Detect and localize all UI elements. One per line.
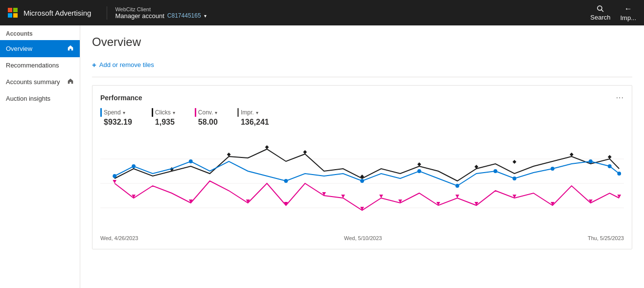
impr-label: Impr. <box>241 109 254 116</box>
metric-spend-header: Spend ▾ <box>100 108 132 117</box>
chart-svg <box>100 134 624 232</box>
sidebar-section-header: Accounts <box>0 25 80 40</box>
svg-point-21 <box>360 179 364 183</box>
svg-point-26 <box>551 167 554 171</box>
metric-clicks-header: Clicks ▾ <box>152 108 175 117</box>
metric-conv: Conv. ▾ 58.00 <box>195 108 218 127</box>
svg-line-1 <box>601 10 603 12</box>
performance-chart <box>100 134 624 232</box>
svg-point-24 <box>493 169 497 173</box>
clicks-chevron[interactable]: ▾ <box>173 110 175 115</box>
metric-clicks: Clicks ▾ 1,935 <box>152 108 175 127</box>
performance-title: Performance <box>100 94 142 102</box>
conv-label: Conv. <box>198 109 213 116</box>
metric-spend: Spend ▾ $932.19 <box>100 108 132 127</box>
svg-marker-9 <box>265 145 269 149</box>
app-layout: Accounts Overview Recommendations Accoun… <box>0 25 644 288</box>
svg-marker-15 <box>570 153 574 156</box>
svg-point-27 <box>589 159 593 163</box>
clicks-label: Clicks <box>155 109 171 116</box>
svg-marker-38 <box>379 195 383 198</box>
sidebar-item-auction-insights[interactable]: Auction insights <box>0 90 80 107</box>
spend-label: Spend <box>104 109 121 116</box>
spend-chevron[interactable]: ▾ <box>123 110 125 115</box>
metric-impr-header: Impr. ▾ <box>237 108 269 117</box>
svg-point-29 <box>617 172 621 176</box>
metric-impr: Impr. ▾ 136,241 <box>237 108 269 127</box>
topbar-right: Search ← Imp... <box>590 4 636 22</box>
chart-date-mid: Wed, 5/10/2023 <box>344 235 382 241</box>
impr-chevron[interactable]: ▾ <box>256 110 258 115</box>
conv-indicator <box>195 108 196 117</box>
add-tiles-label: Add or remove tiles <box>99 61 154 68</box>
sidebar-item-recommendations[interactable]: Recommendations <box>0 57 80 73</box>
metrics-row: Spend ▾ $932.19 Clicks ▾ 1,935 <box>100 108 624 127</box>
svg-point-22 <box>417 169 421 173</box>
svg-marker-10 <box>303 150 307 154</box>
client-name: WebCitz Client <box>115 6 206 12</box>
chart-dates: Wed, 4/26/2023 Wed, 5/10/2023 Thu, 5/25/… <box>100 232 624 241</box>
sidebar-item-label: Accounts summary <box>6 78 67 86</box>
chart-date-start: Wed, 4/26/2023 <box>100 235 138 241</box>
conv-chevron[interactable]: ▾ <box>215 110 217 115</box>
svg-point-17 <box>113 174 116 178</box>
clicks-value: 1,935 <box>152 118 175 127</box>
import-button[interactable]: ← Imp... <box>620 4 636 22</box>
metric-conv-header: Conv. ▾ <box>195 108 218 117</box>
svg-marker-30 <box>113 180 116 183</box>
plus-icon: + <box>92 61 96 69</box>
svg-marker-8 <box>227 153 231 156</box>
microsoft-logo <box>8 8 18 18</box>
account-info: WebCitz Client Manager account C81744516… <box>107 6 206 20</box>
page-title: Overview <box>92 35 632 49</box>
brand-name: Microsoft Advertising <box>23 9 91 17</box>
svg-marker-12 <box>417 162 421 166</box>
svg-marker-16 <box>608 155 612 159</box>
add-tiles-bar[interactable]: + Add or remove tiles <box>92 57 632 77</box>
spend-value: $932.19 <box>100 118 132 127</box>
home-icon <box>67 44 74 53</box>
svg-point-23 <box>456 184 460 188</box>
topbar: Microsoft Advertising WebCitz Client Man… <box>0 0 644 25</box>
manager-account[interactable]: Manager account C817445165 ▾ <box>115 12 206 20</box>
clicks-indicator <box>152 108 153 117</box>
main-content: Overview + Add or remove tiles Performan… <box>80 25 644 288</box>
svg-point-18 <box>132 164 136 168</box>
performance-header: Performance ··· <box>100 93 624 102</box>
svg-marker-41 <box>456 195 460 198</box>
performance-card: Performance ··· Spend ▾ $932.19 <box>92 85 632 249</box>
home-icon <box>67 78 74 86</box>
sidebar-item-label: Auction insights <box>6 95 74 102</box>
spend-indicator <box>100 108 102 117</box>
sidebar-item-overview[interactable]: Overview <box>0 40 80 57</box>
conv-value: 58.00 <box>195 118 218 127</box>
svg-point-28 <box>608 164 612 168</box>
sidebar-item-accounts-summary[interactable]: Accounts summary <box>0 73 80 90</box>
svg-point-0 <box>598 6 602 10</box>
svg-point-25 <box>512 177 516 180</box>
more-options-button[interactable]: ··· <box>616 93 624 102</box>
impr-value: 136,241 <box>237 118 269 127</box>
sidebar: Accounts Overview Recommendations Accoun… <box>0 25 80 288</box>
search-button[interactable]: Search <box>590 5 610 21</box>
impr-indicator <box>237 108 239 117</box>
sidebar-item-label: Overview <box>6 45 67 52</box>
chart-date-end: Thu, 5/25/2023 <box>588 235 624 241</box>
topbar-left: Microsoft Advertising WebCitz Client Man… <box>8 6 207 20</box>
svg-marker-14 <box>512 160 516 164</box>
sidebar-item-label: Recommendations <box>6 62 74 69</box>
svg-point-19 <box>189 159 193 163</box>
svg-point-20 <box>284 179 288 183</box>
